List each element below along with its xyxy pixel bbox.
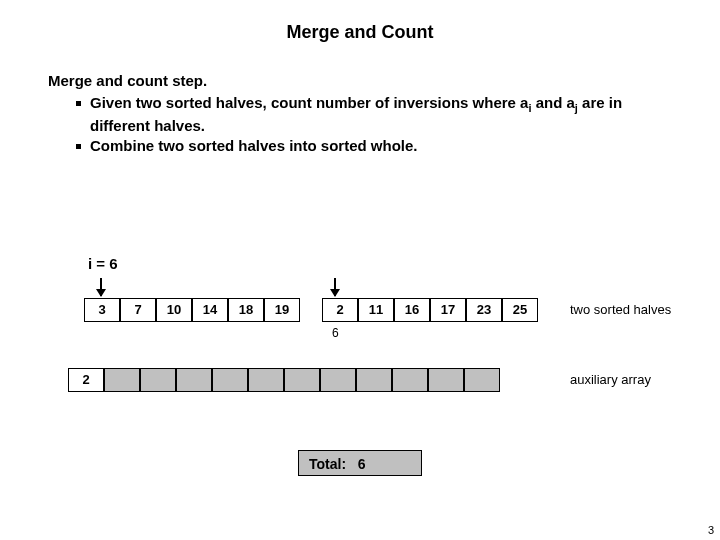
- bullet-list: Given two sorted halves, count number of…: [48, 93, 672, 156]
- halves-cell: 25: [502, 298, 538, 322]
- aux-cell-empty: [212, 368, 248, 392]
- aux-cell-empty: [464, 368, 500, 392]
- aux-cell-empty: [248, 368, 284, 392]
- halves-cell: 7: [120, 298, 156, 322]
- slide-title: Merge and Count: [0, 0, 720, 43]
- aux-row: 2: [68, 368, 500, 392]
- halves-cell: 16: [394, 298, 430, 322]
- aux-cell-empty: [428, 368, 464, 392]
- aux-cell-empty: [104, 368, 140, 392]
- halves-cell: 10: [156, 298, 192, 322]
- aux-cell-empty: [392, 368, 428, 392]
- halves-label: two sorted halves: [570, 302, 671, 317]
- bullet-1-pre: Given two sorted halves, count number of…: [90, 94, 528, 111]
- count-six: 6: [332, 326, 339, 340]
- halves-cell: 14: [192, 298, 228, 322]
- aux-cell-empty: [356, 368, 392, 392]
- step-heading: Merge and count step.: [48, 71, 672, 91]
- halves-cell: 11: [358, 298, 394, 322]
- aux-cell: 2: [68, 368, 104, 392]
- arrow-right-icon: [334, 278, 336, 296]
- aux-cell-empty: [320, 368, 356, 392]
- bullet-1: Given two sorted halves, count number of…: [76, 93, 672, 136]
- aux-cell-empty: [176, 368, 212, 392]
- bullet-2: Combine two sorted halves into sorted wh…: [76, 136, 672, 156]
- i-equals-label: i = 6: [88, 255, 118, 272]
- slide-body: Merge and count step. Given two sorted h…: [0, 43, 720, 157]
- arrow-left-icon: [100, 278, 102, 296]
- aux-cell-empty: [140, 368, 176, 392]
- aux-cell-empty: [284, 368, 320, 392]
- aux-label: auxiliary array: [570, 372, 651, 387]
- total-box: Total: 6: [298, 450, 422, 476]
- halves-cell: 19: [264, 298, 300, 322]
- bullet-1-mid: and a: [532, 94, 575, 111]
- halves-cell: 3: [84, 298, 120, 322]
- total-value: 6: [358, 456, 366, 472]
- total-label: Total:: [309, 456, 346, 472]
- halves-cell: 18: [228, 298, 264, 322]
- halves-cell: 17: [430, 298, 466, 322]
- halves-cell: 2: [322, 298, 358, 322]
- halves-gap: [300, 298, 322, 322]
- halves-cell: 23: [466, 298, 502, 322]
- halves-row: 371014181921116172325: [84, 298, 538, 322]
- page-number: 3: [708, 524, 714, 536]
